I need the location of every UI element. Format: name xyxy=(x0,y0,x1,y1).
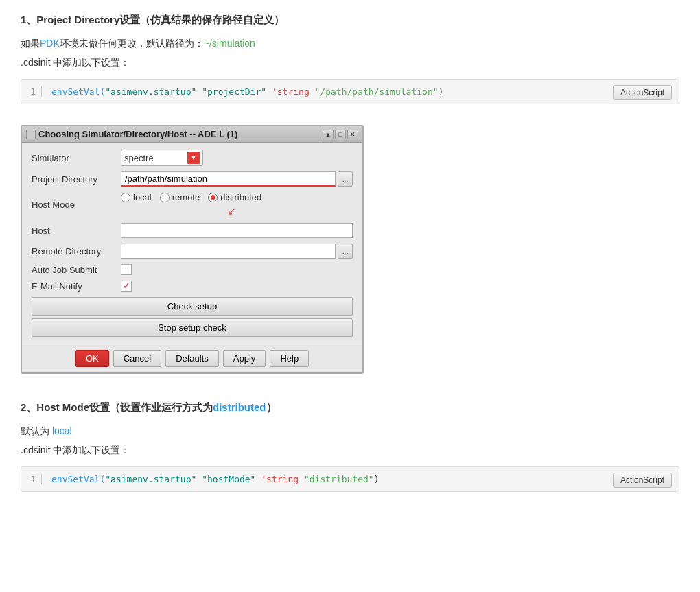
remote-directory-control: ... xyxy=(121,244,353,259)
simulator-label: Simulator xyxy=(32,153,121,163)
host-row: Host xyxy=(32,223,353,238)
section2-local-link: local xyxy=(52,425,72,436)
project-directory-label: Project Directory xyxy=(32,174,121,185)
host-input[interactable] xyxy=(121,223,353,238)
line-number-1: 1 xyxy=(28,86,42,97)
auto-job-submit-control xyxy=(121,264,353,275)
default-path: ~/simulation xyxy=(204,38,255,49)
titlebar-buttons: ▲ □ ✕ xyxy=(323,130,358,139)
dialog-title: Choosing Simulator/Directory/Host -- ADE… xyxy=(38,129,237,139)
remote-directory-browse[interactable]: ... xyxy=(338,244,353,259)
minimize-button[interactable]: ▲ xyxy=(323,130,334,139)
code2-arg3: 'string xyxy=(261,474,299,484)
code-arg2: "projectDir" xyxy=(202,86,266,97)
email-notify-control: ✓ xyxy=(121,281,353,292)
ok-button[interactable]: OK xyxy=(75,350,109,367)
check-setup-button[interactable]: Check setup xyxy=(32,297,353,316)
desc-prefix: 如果 xyxy=(21,38,40,49)
simulator-value: spectre xyxy=(124,153,187,163)
code-space1 xyxy=(196,86,202,97)
project-directory-row: Project Directory ... xyxy=(32,171,353,187)
email-notify-label: E-Mail Notify xyxy=(32,281,121,292)
code2-func: envSetVal( xyxy=(51,474,105,484)
section2-subdesc: .cdsinit 中添加以下设置： xyxy=(21,445,679,457)
radio-local[interactable]: local xyxy=(121,192,152,202)
simulator-row: Simulator spectre ▼ xyxy=(32,150,353,166)
titlebar-left: Choosing Simulator/Directory/Host -- ADE… xyxy=(26,129,237,139)
cancel-button[interactable]: Cancel xyxy=(113,350,161,367)
pdk-link: PDK xyxy=(40,38,60,49)
code-space3 xyxy=(310,86,315,97)
code-content-2: envSetVal("asimenv.startup" "hostMode" '… xyxy=(51,474,379,484)
section2-title-highlight: distributed xyxy=(213,401,266,413)
auto-job-submit-row: Auto Job Submit xyxy=(32,264,353,275)
section1-desc: 如果PDK环境未做任何更改，默认路径为：~/simulation xyxy=(21,38,679,50)
simulator-select[interactable]: spectre ▼ xyxy=(121,150,203,166)
email-notify-checkbox[interactable]: ✓ xyxy=(121,281,132,292)
code-line-1: 1 envSetVal("asimenv.startup" "projectDi… xyxy=(21,86,679,97)
dialog-footer: OK Cancel Defaults Apply Help xyxy=(22,344,362,372)
remote-directory-label: Remote Directory xyxy=(32,246,121,257)
code-space2 xyxy=(266,86,272,97)
section1-code-block: ActionScript 1 envSetVal("asimenv.startu… xyxy=(21,79,679,104)
project-directory-control: ... xyxy=(121,171,353,187)
code-content-1: envSetVal("asimenv.startup" "projectDir"… xyxy=(51,86,443,97)
code-func: envSetVal( xyxy=(51,86,105,97)
desc-middle: 环境未做任何更改，默认路径为： xyxy=(60,38,204,49)
radio-distributed-label: distributed xyxy=(220,192,261,202)
code2-close: ) xyxy=(374,474,380,484)
dialog-icon xyxy=(26,130,36,139)
radio-distributed[interactable]: distributed xyxy=(208,192,261,202)
radio-local-circle[interactable] xyxy=(121,193,130,202)
apply-button[interactable]: Apply xyxy=(223,350,266,367)
radio-local-label: local xyxy=(133,192,152,202)
radio-remote-label: remote xyxy=(172,192,200,202)
section2-title: 2、Host Mode设置（设置作业运行方式为distributed） xyxy=(21,401,679,414)
section2-wrapper: 2、Host Mode设置（设置作业运行方式为distributed） 默认为 … xyxy=(21,401,679,492)
host-mode-row: Host Mode local remote xyxy=(32,192,353,217)
remote-directory-input[interactable] xyxy=(121,244,336,259)
section1-title: 1、Project Directory设置（仿真结果的保存路径自定义） xyxy=(21,14,679,27)
code-close: ) xyxy=(439,86,444,97)
action-script-button-1[interactable]: ActionScript xyxy=(613,85,672,100)
code2-arg1: "asimenv.startup" xyxy=(105,474,196,484)
auto-job-submit-checkbox[interactable] xyxy=(121,264,132,275)
project-directory-browse[interactable]: ... xyxy=(338,171,353,187)
radio-distributed-circle[interactable] xyxy=(208,193,218,202)
email-notify-row: E-Mail Notify ✓ xyxy=(32,281,353,292)
section2-desc: 默认为 local xyxy=(21,425,679,438)
email-notify-checkmark: ✓ xyxy=(123,281,130,291)
section2-title-suffix: ） xyxy=(266,401,277,413)
simulator-control: spectre ▼ xyxy=(121,150,353,166)
section2-code-block: ActionScript 1 envSetVal("asimenv.startu… xyxy=(21,466,679,492)
dialog-titlebar: Choosing Simulator/Directory/Host -- ADE… xyxy=(22,126,362,143)
dialog-window: Choosing Simulator/Directory/Host -- ADE… xyxy=(21,125,364,374)
code2-space1 xyxy=(196,474,202,484)
code2-arg4: "distributed" xyxy=(304,474,374,484)
cursor-indicator: ↙ xyxy=(121,204,353,217)
remote-directory-row: Remote Directory ... xyxy=(32,244,353,259)
project-directory-input[interactable] xyxy=(121,171,336,187)
help-button[interactable]: Help xyxy=(270,350,309,367)
simulator-dropdown-arrow[interactable]: ▼ xyxy=(187,152,200,164)
code-arg1: "asimenv.startup" xyxy=(105,86,196,97)
action-script-button-2[interactable]: ActionScript xyxy=(613,473,672,488)
close-button[interactable]: ✕ xyxy=(347,130,358,139)
section2-desc-prefix: 默认为 xyxy=(21,425,52,436)
section1-subdesc: .cdsinit 中添加以下设置： xyxy=(21,57,679,69)
code-arg4: "/path/path/simulation" xyxy=(315,86,439,97)
code2-space3 xyxy=(299,474,304,484)
section1-wrapper: 1、Project Directory设置（仿真结果的保存路径自定义） 如果PD… xyxy=(21,14,679,104)
auto-job-submit-label: Auto Job Submit xyxy=(32,265,121,275)
host-control xyxy=(121,223,353,238)
stop-setup-button[interactable]: Stop setup check xyxy=(32,318,353,337)
code-line-2: 1 envSetVal("asimenv.startup" "hostMode"… xyxy=(21,474,679,484)
radio-remote[interactable]: remote xyxy=(160,192,200,202)
check-buttons-area: Check setup Stop setup check xyxy=(32,297,353,337)
host-mode-label: Host Mode xyxy=(32,200,121,210)
maximize-button[interactable]: □ xyxy=(335,130,346,139)
radio-remote-circle[interactable] xyxy=(160,193,170,202)
defaults-button[interactable]: Defaults xyxy=(165,350,219,367)
host-mode-radio-group: local remote distributed xyxy=(121,192,353,202)
arrow-cursor: ↙ xyxy=(227,205,236,217)
